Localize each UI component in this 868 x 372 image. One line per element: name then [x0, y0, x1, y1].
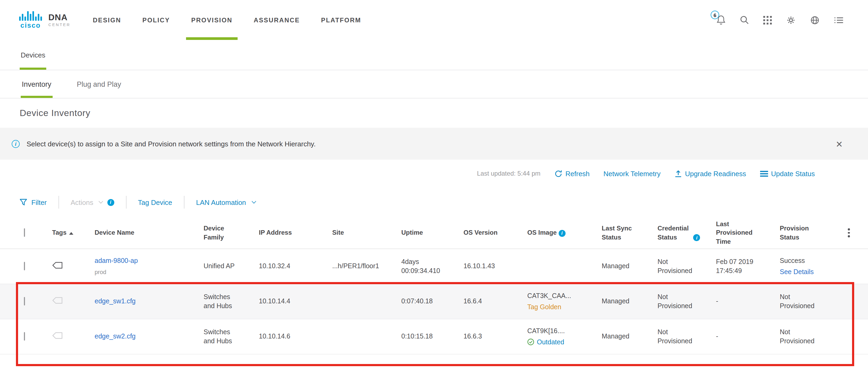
last-sync-status-cell: Managed — [597, 262, 653, 271]
filter-button[interactable]: Filter — [20, 198, 47, 206]
select-all-checkbox[interactable] — [24, 229, 25, 237]
top-header: cisco DNA CENTER DESIGN POLICY PROVISION… — [0, 0, 868, 40]
device-family-cell: Unified AP — [199, 262, 255, 271]
title-bar: Device Inventory — [0, 98, 868, 128]
last-updated-text: Last updated: 5:44 pm — [477, 170, 540, 177]
tab-inventory[interactable]: Inventory — [21, 70, 52, 98]
refresh-button[interactable]: Refresh — [554, 170, 590, 177]
table-row: edge_sw2.cfg Switches and Hubs 10.10.14.… — [0, 319, 868, 354]
device-family-cell: Switches and Hubs — [199, 327, 255, 346]
filter-bar: Filter Actions Tag Device LAN Automation — [0, 187, 868, 217]
see-details-link[interactable]: See Details — [780, 267, 830, 277]
nav-policy[interactable]: POLICY — [143, 0, 170, 40]
device-name-link[interactable]: edge_sw1.cfg — [95, 297, 135, 305]
close-banner-icon[interactable]: × — [836, 138, 842, 149]
site-cell: ...h/PER1/floor1 — [328, 262, 397, 271]
main-navigation: DESIGN POLICY PROVISION ASSURANCE PLATFO… — [93, 0, 361, 40]
actions-info-icon[interactable] — [107, 199, 114, 206]
column-header-site[interactable]: Site — [328, 229, 397, 237]
tag-device-button[interactable]: Tag Device — [138, 198, 172, 206]
tag-icon[interactable] — [52, 296, 63, 304]
chevron-down-icon — [252, 199, 256, 204]
update-status-icon — [760, 170, 768, 177]
nav-platform[interactable]: PLATFORM — [321, 0, 361, 40]
row-checkbox[interactable] — [24, 297, 25, 306]
column-header-credential-status[interactable]: Credential Status — [653, 224, 712, 241]
info-banner: Select device(s) to assign to a Site and… — [0, 128, 868, 160]
search-button[interactable] — [740, 16, 749, 25]
provision-status-cell: Not Provisioned — [776, 327, 834, 346]
nav-provision[interactable]: PROVISION — [191, 0, 232, 40]
cisco-dna-center-logo: cisco DNA CENTER — [19, 0, 70, 40]
refresh-icon — [554, 170, 562, 177]
column-header-uptime[interactable]: Uptime — [397, 229, 459, 237]
notifications-button[interactable]: 6 — [716, 15, 725, 25]
last-provisioned-time-cell: Feb 07 2019 17:45:49 — [712, 257, 776, 276]
nav-assurance[interactable]: ASSURANCE — [253, 0, 300, 40]
table-row: edge_sw1.cfg Switches and Hubs 10.10.14.… — [0, 284, 868, 319]
cisco-logo-icon — [19, 11, 42, 21]
column-header-provision-status[interactable]: Provision Status — [776, 224, 834, 241]
list-menu-icon — [834, 16, 843, 24]
column-header-device-name[interactable]: Device Name — [90, 229, 199, 237]
tab-plug-and-play[interactable]: Plug and Play — [76, 70, 122, 98]
row-checkbox[interactable] — [24, 332, 25, 341]
tab-devices[interactable]: Devices — [20, 40, 46, 70]
column-header-os-image[interactable]: OS Image — [523, 229, 597, 237]
tag-golden-label: Tag Golden — [527, 303, 593, 312]
gear-icon — [786, 15, 796, 25]
notification-badge: 6 — [711, 11, 719, 19]
page-title: Device Inventory — [20, 108, 90, 118]
network-telemetry-button[interactable]: Network Telemetry — [603, 170, 661, 177]
uptime-cell: 0:10:15.18 — [397, 332, 459, 341]
divider — [126, 196, 126, 209]
ip-address-cell: 10.10.32.4 — [255, 262, 328, 271]
provision-status-cell: Not Provisioned — [776, 292, 834, 311]
column-header-ip-address[interactable]: IP Address — [255, 229, 328, 237]
filter-funnel-icon — [20, 199, 27, 206]
os-version-cell: 16.6.3 — [459, 332, 523, 341]
cisco-wordmark: cisco — [21, 22, 41, 29]
apps-button[interactable] — [763, 16, 772, 24]
table-row: adam-9800-ap prod Unified AP 10.10.32.4 … — [0, 249, 868, 284]
column-header-os-version[interactable]: OS Version — [459, 229, 523, 237]
device-name-link[interactable]: edge_sw2.cfg — [95, 333, 135, 340]
column-header-tags[interactable]: Tags — [48, 229, 90, 237]
app-window: cisco DNA CENTER DESIGN POLICY PROVISION… — [0, 0, 868, 372]
device-name-link[interactable]: adam-9800-ap — [95, 257, 195, 265]
os-version-cell: 16.10.1.43 — [459, 262, 523, 271]
os-image-info-icon[interactable] — [558, 230, 565, 237]
ip-address-cell: 10.10.14.6 — [255, 332, 328, 341]
credential-status-info-icon[interactable] — [693, 234, 700, 241]
credential-status-cell: Not Provisioned — [653, 257, 712, 276]
settings-button[interactable] — [786, 15, 796, 25]
column-header-last-sync-status[interactable]: Last Sync Status — [597, 224, 653, 241]
table-options-kebab-icon[interactable] — [846, 226, 852, 239]
tag-icon[interactable] — [52, 261, 63, 269]
actions-dropdown[interactable]: Actions — [71, 198, 102, 206]
column-header-last-provisioned-time[interactable]: Last Provisioned Time — [712, 220, 776, 246]
dna-wordmark: DNA — [49, 13, 70, 22]
table-body: adam-9800-ap prod Unified AP 10.10.32.4 … — [0, 249, 868, 354]
tag-icon[interactable] — [52, 331, 63, 339]
menu-button[interactable] — [834, 16, 843, 24]
info-icon — [12, 140, 20, 148]
help-button[interactable] — [810, 15, 819, 25]
section-nav: Devices — [0, 40, 868, 70]
update-status-button[interactable]: Update Status — [760, 170, 815, 177]
row-checkbox[interactable] — [24, 262, 25, 270]
chevron-down-icon — [98, 199, 103, 204]
table-header: Tags Device Name Device Family IP Addres… — [0, 217, 868, 249]
check-circle-icon — [527, 339, 534, 346]
upgrade-readiness-button[interactable]: Upgrade Readiness — [674, 170, 746, 177]
globe-icon — [810, 15, 819, 25]
column-header-device-family[interactable]: Device Family — [199, 224, 255, 241]
outdated-link[interactable]: Outdated — [527, 338, 593, 347]
center-wordmark: CENTER — [49, 23, 70, 27]
lan-automation-dropdown[interactable]: LAN Automation — [196, 198, 255, 206]
divider — [59, 196, 59, 209]
uptime-cell: 0:07:40.18 — [397, 297, 459, 306]
nav-design[interactable]: DESIGN — [93, 0, 121, 40]
credential-status-cell: Not Provisioned — [653, 327, 712, 346]
divider — [184, 196, 184, 209]
